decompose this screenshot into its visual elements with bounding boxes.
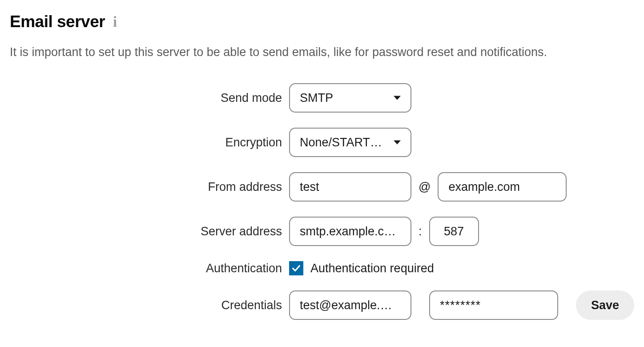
at-separator: @	[419, 180, 431, 194]
from-address-domain-input[interactable]	[438, 172, 567, 202]
send-mode-label: Send mode	[10, 91, 282, 105]
check-icon	[291, 263, 301, 273]
server-host-input[interactable]	[289, 217, 411, 246]
authentication-checkbox[interactable]	[289, 261, 303, 275]
encryption-value: None/START…	[300, 136, 388, 149]
authentication-checkbox-label: Authentication required	[310, 262, 434, 275]
send-mode-value: SMTP	[300, 91, 388, 105]
page-title: Email server	[10, 12, 105, 31]
encryption-label: Encryption	[10, 136, 282, 149]
page-description: It is important to set up this server to…	[10, 44, 634, 60]
credentials-label: Credentials	[10, 299, 282, 312]
save-button[interactable]: Save	[576, 291, 634, 320]
credentials-username-input[interactable]	[289, 291, 411, 320]
colon-separator: :	[419, 225, 422, 238]
credentials-password-input[interactable]	[429, 291, 558, 320]
encryption-select[interactable]: None/START…	[289, 128, 411, 157]
from-address-local-input[interactable]	[289, 172, 411, 202]
email-server-form: Send mode SMTP Encryption None/START… Fr…	[10, 83, 634, 320]
info-icon[interactable]: i	[113, 15, 117, 29]
from-address-label: From address	[10, 180, 282, 194]
chevron-down-icon	[394, 141, 401, 145]
server-address-label: Server address	[10, 225, 282, 238]
chevron-down-icon	[394, 96, 401, 100]
server-port-input[interactable]	[429, 217, 479, 246]
authentication-label: Authentication	[10, 262, 282, 275]
send-mode-select[interactable]: SMTP	[289, 83, 411, 113]
